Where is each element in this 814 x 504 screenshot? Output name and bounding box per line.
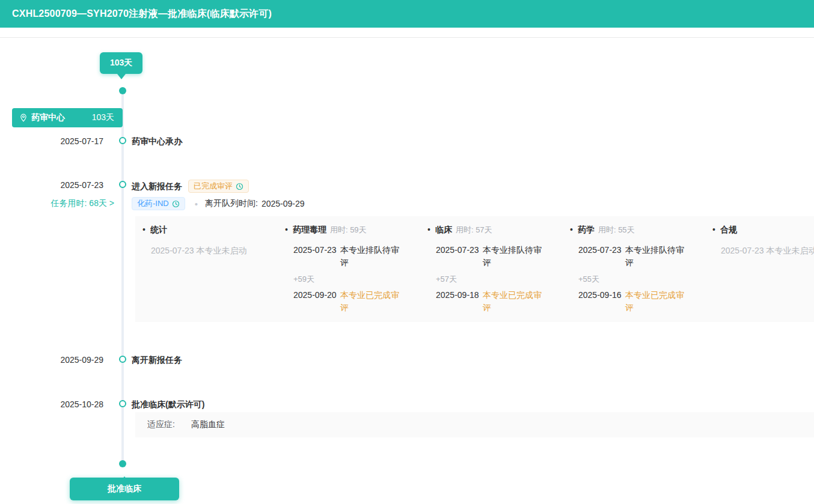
stage-status-done: 本专业已完成审评 xyxy=(483,289,548,314)
specialty-name: 统计 xyxy=(150,225,167,235)
task-duration-value: 68天 > xyxy=(89,198,114,208)
event-marker xyxy=(119,181,126,188)
task-duration-link[interactable]: 任务用时: 68天 > xyxy=(0,198,114,209)
specialty-name: 药学 xyxy=(578,225,595,235)
bullet-icon xyxy=(570,225,573,234)
stage-status-done: 本专业已完成审评 xyxy=(340,289,405,314)
bullet-icon xyxy=(712,225,715,234)
event-title: 药审中心承办 xyxy=(132,136,182,147)
event-date: 2025-07-17 xyxy=(0,136,111,147)
review-center-duration: 103天 xyxy=(92,112,114,123)
leave-queue-label: 离开队列时间: xyxy=(205,198,258,209)
review-center-name: 药审中心 xyxy=(31,112,65,123)
event-leave-task: 2025-09-29 离开新报任务 xyxy=(0,354,814,365)
stage-status: 本专业排队待审评 xyxy=(340,244,405,269)
stage-gap: +59天 xyxy=(293,273,414,285)
event-title: 批准临床(默示许可) xyxy=(132,399,204,410)
specialty-duration: 用时: 55天 xyxy=(598,225,635,235)
review-status-label: 已完成审评 xyxy=(194,181,233,191)
specialty-review-panel: 统计 2025-07-23 本专业未启动 药理毒理 用时: 59天 2025-0… xyxy=(135,216,814,322)
dot-separator-icon: • xyxy=(195,199,198,209)
bullet-icon xyxy=(285,225,288,234)
stage-date: 2025-09-18 xyxy=(436,289,479,314)
clock-icon xyxy=(172,200,180,208)
header-divider xyxy=(0,37,814,38)
event-marker xyxy=(119,137,126,144)
event-approved: 2025-10-28 批准临床(默示许可) xyxy=(0,399,814,410)
indication-panel: 适应症: 高脂血症 xyxy=(135,412,814,437)
drug-type-label: 化药-IND xyxy=(137,199,169,208)
stage-date: 2025-07-23 xyxy=(436,244,479,269)
timeline-start-dot xyxy=(119,87,126,94)
stage-status-done: 本专业已完成审评 xyxy=(625,289,690,314)
approved-clinical-button[interactable]: 批准临床 xyxy=(70,478,179,500)
stage-gap: +55天 xyxy=(578,273,699,285)
location-pin-icon xyxy=(19,114,28,122)
stage-date: 2025-09-16 xyxy=(578,289,622,314)
stage-gap: +57天 xyxy=(436,273,557,285)
event-enter-task: 2025-07-23 进入新报任务 已完成审评 xyxy=(0,180,814,193)
stage-status: 本专业排队待审评 xyxy=(625,244,690,269)
review-column-compliance: 合规 2025-07-23 本专业未启动 xyxy=(705,216,814,322)
task-duration-label: 任务用时: xyxy=(51,198,87,208)
timeline-end-dot xyxy=(119,460,126,467)
total-duration-bubble: 103天 xyxy=(100,52,142,74)
indication-label: 适应症: xyxy=(147,419,175,430)
event-marker xyxy=(119,356,126,363)
review-status-chip[interactable]: 已完成审评 xyxy=(188,180,249,193)
review-column-statistics: 统计 2025-07-23 本专业未启动 xyxy=(135,216,278,322)
page-title: CXHL2500709—SYH2070注射液—批准临床(临床默示许可) xyxy=(12,8,272,20)
event-accepted: 2025-07-17 药审中心承办 xyxy=(0,136,814,147)
indication-value: 高脂血症 xyxy=(191,419,225,430)
review-column-pharmacy: 药学 用时: 55天 2025-07-23 本专业排队待审评 +55天 2025… xyxy=(563,216,705,322)
stage-date: 2025-07-23 xyxy=(293,244,337,269)
note-date: 2025-07-23 xyxy=(151,246,194,255)
note-date: 2025-07-23 xyxy=(721,246,764,255)
timeline-page: CXHL2500709—SYH2070注射液—批准临床(临床默示许可) 103天… xyxy=(0,0,814,504)
event-date: 2025-07-23 xyxy=(0,180,111,190)
event-title: 离开新报任务 xyxy=(132,354,182,365)
event-marker xyxy=(119,400,126,407)
specialty-name: 合规 xyxy=(720,225,737,235)
specialty-name: 临床 xyxy=(435,225,452,235)
drug-type-chip[interactable]: 化药-IND xyxy=(132,197,185,210)
note-text: 本专业未启动 xyxy=(197,246,247,255)
event-date: 2025-09-29 xyxy=(0,354,111,365)
review-column-pharmtox: 药理毒理 用时: 59天 2025-07-23 本专业排队待审评 +59天 20… xyxy=(278,216,420,322)
stage-date: 2025-09-20 xyxy=(293,289,337,314)
stage-date: 2025-07-23 xyxy=(578,244,622,269)
page-header: CXHL2500709—SYH2070注射液—批准临床(临床默示许可) xyxy=(0,0,814,28)
clock-icon xyxy=(236,183,243,190)
leave-queue-date: 2025-09-29 xyxy=(262,199,305,208)
review-column-clinical: 临床 用时: 57天 2025-07-23 本专业排队待审评 +57天 2025… xyxy=(420,216,563,322)
specialty-duration: 用时: 57天 xyxy=(456,225,492,235)
event-date: 2025-10-28 xyxy=(0,399,111,410)
specialty-name: 药理毒理 xyxy=(293,225,326,235)
specialty-duration: 用时: 59天 xyxy=(330,225,367,235)
event-title: 进入新报任务 xyxy=(132,181,182,192)
stage-status: 本专业排队待审评 xyxy=(483,244,548,269)
review-center-badge: 药审中心 103天 xyxy=(12,108,123,127)
note-text: 本专业未启动 xyxy=(767,246,814,255)
bullet-icon xyxy=(427,225,430,234)
enter-task-subrow: 化药-IND • 离开队列时间: 2025-09-29 xyxy=(132,197,305,210)
bullet-icon xyxy=(142,225,145,234)
